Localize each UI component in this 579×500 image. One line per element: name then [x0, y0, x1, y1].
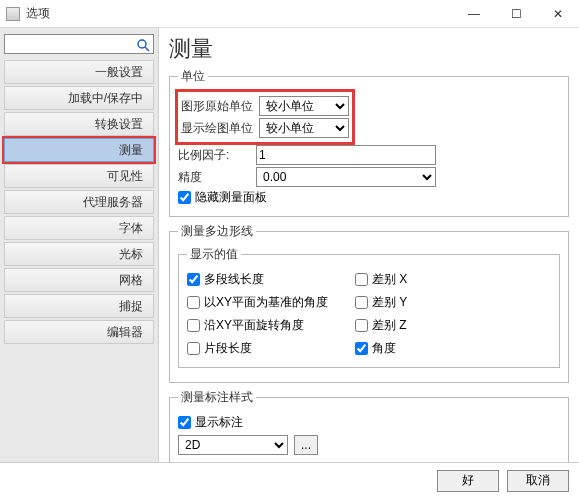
- labelstyle-select[interactable]: 2D: [178, 435, 288, 455]
- page-title: 测量: [169, 34, 569, 64]
- sidebar-item-2[interactable]: 转换设置: [4, 112, 154, 136]
- scale-input[interactable]: [256, 145, 436, 165]
- poly-opt-4-checkbox[interactable]: [187, 319, 200, 332]
- sidebar-item-7[interactable]: 光标: [4, 242, 154, 266]
- poly-opt-1-checkbox[interactable]: [355, 273, 368, 286]
- orig-unit-label: 图形原始单位: [181, 98, 259, 115]
- maximize-button[interactable]: ☐: [495, 0, 537, 28]
- cancel-button[interactable]: 取消: [507, 470, 569, 492]
- sidebar-item-5[interactable]: 代理服务器: [4, 190, 154, 214]
- sidebar-item-1[interactable]: 加载中/保存中: [4, 86, 154, 110]
- polyline-legend: 测量多边形线: [178, 223, 256, 240]
- close-button[interactable]: ✕: [537, 0, 579, 28]
- poly-opt-5-checkbox[interactable]: [355, 319, 368, 332]
- poly-opt-4-label: 沿XY平面旋转角度: [204, 317, 304, 334]
- sidebar-item-6[interactable]: 字体: [4, 216, 154, 240]
- hide-panel-label: 隐藏测量面板: [195, 189, 267, 206]
- poly-opt-2-label: 以XY平面为基准的角度: [204, 294, 328, 311]
- units-group: 单位 图形原始单位 较小单位 显示绘图单位 较小单位 比例因子: 精度 0.00: [169, 68, 569, 217]
- poly-opt-2-checkbox[interactable]: [187, 296, 200, 309]
- polyline-group: 测量多边形线 显示的值 多段线长度差别 X以XY平面为基准的角度差别 Y沿XY平…: [169, 223, 569, 383]
- app-icon: [6, 7, 20, 21]
- sidebar-item-9[interactable]: 捕捉: [4, 294, 154, 318]
- sidebar: 一般设置加载中/保存中转换设置测量可见性代理服务器字体光标网格捕捉编辑器: [0, 28, 159, 462]
- sidebar-item-0[interactable]: 一般设置: [4, 60, 154, 84]
- poly-opt-6-checkbox[interactable]: [187, 342, 200, 355]
- labelstyle-group: 测量标注样式 显示标注 2D ...: [169, 389, 569, 462]
- precision-label: 精度: [178, 169, 256, 186]
- poly-opt-0-checkbox[interactable]: [187, 273, 200, 286]
- svg-line-1: [145, 47, 149, 51]
- hide-panel-checkbox[interactable]: [178, 191, 191, 204]
- search-input[interactable]: [4, 34, 154, 54]
- precision-select[interactable]: 0.00: [256, 167, 436, 187]
- values-group: 显示的值 多段线长度差别 X以XY平面为基准的角度差别 Y沿XY平面旋转角度差别…: [178, 246, 560, 368]
- show-label-checkbox[interactable]: [178, 416, 191, 429]
- disp-unit-label: 显示绘图单位: [181, 120, 259, 137]
- poly-opt-1-label: 差别 X: [372, 271, 407, 288]
- sidebar-item-3[interactable]: 测量: [4, 138, 154, 162]
- svg-point-0: [138, 40, 146, 48]
- disp-unit-select[interactable]: 较小单位: [259, 118, 349, 138]
- labelstyle-legend: 测量标注样式: [178, 389, 256, 406]
- poly-opt-7-label: 角度: [372, 340, 396, 357]
- sidebar-item-10[interactable]: 编辑器: [4, 320, 154, 344]
- orig-unit-select[interactable]: 较小单位: [259, 96, 349, 116]
- poly-opt-3-checkbox[interactable]: [355, 296, 368, 309]
- scale-label: 比例因子:: [178, 147, 256, 164]
- ok-button[interactable]: 好: [437, 470, 499, 492]
- values-legend: 显示的值: [187, 246, 241, 263]
- sidebar-item-4[interactable]: 可见性: [4, 164, 154, 188]
- poly-opt-5-label: 差别 Z: [372, 317, 407, 334]
- poly-opt-7-checkbox[interactable]: [355, 342, 368, 355]
- window-title: 选项: [26, 5, 453, 22]
- show-label-text: 显示标注: [195, 414, 243, 431]
- labelstyle-more-button[interactable]: ...: [294, 435, 318, 455]
- poly-opt-0-label: 多段线长度: [204, 271, 264, 288]
- units-legend: 单位: [178, 68, 208, 85]
- poly-opt-3-label: 差别 Y: [372, 294, 407, 311]
- sidebar-item-8[interactable]: 网格: [4, 268, 154, 292]
- poly-opt-6-label: 片段长度: [204, 340, 252, 357]
- minimize-button[interactable]: —: [453, 0, 495, 28]
- search-icon[interactable]: [135, 37, 151, 53]
